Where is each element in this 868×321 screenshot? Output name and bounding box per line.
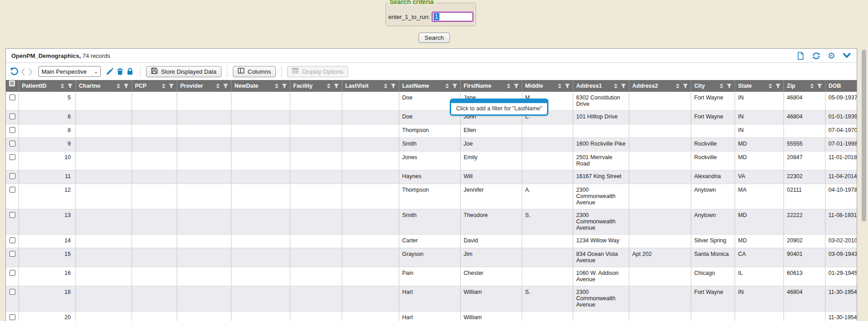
column-header-chartno[interactable]: Chartno — [75, 80, 132, 92]
column-header-facility[interactable]: Facility — [290, 80, 342, 92]
row-checkbox[interactable] — [9, 314, 15, 320]
sort-icon[interactable] — [719, 84, 724, 89]
sort-icon[interactable] — [675, 84, 680, 89]
filter-icon[interactable] — [817, 84, 822, 89]
cell-state: MD — [735, 209, 783, 235]
filter-icon[interactable] — [67, 84, 73, 89]
filter-icon[interactable] — [391, 84, 396, 89]
column-header-zip[interactable]: Zip — [783, 80, 825, 92]
column-header-middle[interactable]: Middle — [522, 80, 573, 92]
display-options-button[interactable]: Display Options — [287, 66, 348, 77]
sort-icon[interactable] — [506, 84, 511, 89]
gear-icon[interactable]: ⚙ — [827, 51, 836, 60]
columns-button[interactable]: Columns — [233, 66, 276, 77]
undo-icon[interactable] — [9, 66, 19, 76]
panel-titlebar: OpenPM_Demographics, 74 records ⚙ — [6, 49, 857, 63]
filter-icon[interactable] — [282, 84, 287, 89]
filter-icon[interactable] — [223, 84, 228, 89]
table-row[interactable]: 6DoeJohnL.101 Hilltop DriveFort WayneIN4… — [6, 111, 857, 124]
column-header-firstname[interactable]: FirstName — [460, 80, 522, 92]
trash-icon[interactable] — [115, 66, 125, 76]
filter-icon[interactable] — [621, 84, 626, 89]
filter-icon[interactable] — [683, 84, 688, 89]
search-button[interactable]: Search — [419, 33, 450, 43]
column-header-patientid[interactable]: PatientID — [19, 80, 75, 92]
sort-icon[interactable] — [274, 84, 279, 89]
table-row[interactable]: 8ThompsonEllenIN07-04-1970 — [6, 124, 857, 138]
row-checkbox[interactable] — [9, 289, 15, 295]
toolbar-separator — [140, 66, 141, 77]
sort-icon[interactable] — [613, 84, 618, 89]
sort-icon[interactable] — [810, 84, 814, 89]
row-checkbox[interactable] — [9, 141, 15, 146]
table-row[interactable]: 16PainChester1060 W. Addison AvenueChica… — [6, 267, 857, 286]
perspective-select[interactable]: Main Perspective ⌄ — [38, 66, 101, 77]
cell-facility — [290, 286, 342, 312]
sort-icon[interactable] — [445, 84, 449, 89]
table-row[interactable]: 11HaynesWill16167 King StreetAlexandriaV… — [6, 170, 857, 184]
row-checkbox[interactable] — [9, 270, 15, 276]
sort-icon[interactable] — [60, 84, 65, 89]
chevron-down-icon[interactable] — [842, 51, 851, 60]
row-checkbox[interactable] — [9, 127, 15, 133]
sort-icon[interactable] — [768, 84, 773, 89]
column-header-address2[interactable]: Address2 — [629, 80, 691, 92]
new-document-icon[interactable] — [796, 51, 805, 60]
edit-pencil-icon[interactable] — [105, 66, 115, 76]
cell-provider — [177, 184, 231, 209]
filter-icon[interactable] — [452, 84, 458, 89]
table-row[interactable]: 9SmithJoe1600 Rockville PikeRockvilleMD5… — [6, 138, 857, 151]
filter-icon[interactable] — [334, 84, 339, 89]
column-header-dob[interactable]: DOB — [825, 80, 857, 92]
sort-icon[interactable] — [557, 84, 562, 89]
column-header-newdate[interactable]: NewDate — [231, 80, 290, 92]
sort-icon[interactable] — [116, 84, 121, 89]
row-checkbox[interactable] — [9, 251, 15, 257]
row-checkbox[interactable] — [9, 237, 15, 243]
table-row[interactable]: 15GraysonJim834 Ocean Vista AvenueApt 20… — [6, 248, 857, 267]
vertical-scrollbar[interactable] — [861, 0, 868, 321]
run-input[interactable]: 1 — [432, 12, 473, 22]
filter-icon[interactable] — [726, 84, 732, 89]
row-checkbox[interactable] — [9, 173, 15, 179]
table-row[interactable]: 13SmithTheodoreS.2300 Commonwealth Avenu… — [6, 209, 857, 235]
prev-icon[interactable]: ❮ — [19, 67, 27, 76]
select-all-header[interactable] — [6, 80, 19, 92]
scrollbar-thumb[interactable] — [862, 50, 866, 222]
select-all-checkbox[interactable] — [9, 80, 15, 86]
filter-icon[interactable] — [123, 84, 129, 89]
column-header-address1[interactable]: Address1 — [573, 80, 629, 92]
cell-city: Rockville — [691, 138, 735, 151]
refresh-icon[interactable] — [811, 51, 821, 60]
lock-icon[interactable] — [125, 66, 135, 76]
table-row[interactable]: 20HartWilliam11-30-1954 — [6, 312, 857, 321]
column-header-state[interactable]: State — [735, 80, 783, 92]
table-row[interactable]: 12ThompsonJenniferA.2300 Commonwealth Av… — [6, 184, 857, 209]
filter-icon[interactable] — [565, 84, 570, 89]
filter-icon[interactable] — [169, 84, 174, 89]
filter-icon[interactable] — [775, 84, 781, 89]
cell-firstname: William — [460, 312, 522, 321]
row-checkbox[interactable] — [9, 113, 15, 119]
store-displayed-data-button[interactable]: Store Displayed Data — [146, 66, 222, 77]
next-icon[interactable]: ❯ — [27, 67, 34, 76]
column-header-city[interactable]: City — [691, 80, 735, 92]
sort-icon[interactable] — [383, 84, 388, 89]
sort-icon[interactable] — [161, 84, 166, 89]
table-row[interactable]: 14CarterDavid1234 Willow WaySilver Sprin… — [6, 235, 857, 248]
row-checkbox[interactable] — [9, 212, 15, 218]
column-header-lastvisit[interactable]: LastVisit — [342, 80, 399, 92]
table-row[interactable]: 18HartWilliamS.2300 Commonwealth AvenueF… — [6, 286, 857, 312]
table-row[interactable]: 5DoeJaneM.6302 Constitution DriveFort Wa… — [6, 92, 857, 111]
sort-icon[interactable] — [326, 84, 331, 89]
row-checkbox[interactable] — [9, 154, 15, 160]
row-checkbox[interactable] — [9, 187, 15, 193]
column-header-provider[interactable]: Provider — [177, 80, 231, 92]
filter-icon[interactable] — [514, 84, 519, 89]
sort-icon[interactable] — [216, 84, 220, 89]
column-header-pcp[interactable]: PCP — [132, 80, 177, 92]
column-header-lastname[interactable]: LastName — [399, 80, 460, 92]
row-checkbox[interactable] — [9, 94, 15, 100]
cell-state: CA — [735, 248, 783, 267]
table-row[interactable]: 10JonesEmily2501 Merrvale RoadRockvilleM… — [6, 151, 857, 170]
